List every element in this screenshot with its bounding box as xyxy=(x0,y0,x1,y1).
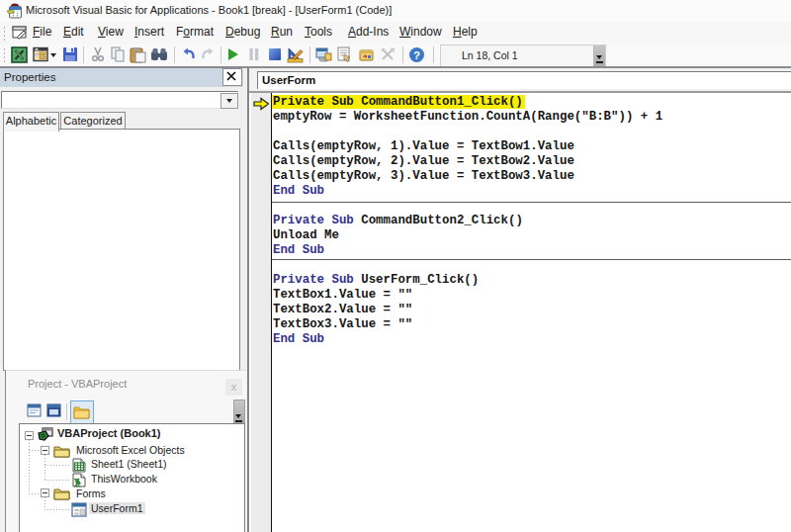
svg-text:?: ? xyxy=(413,49,420,61)
